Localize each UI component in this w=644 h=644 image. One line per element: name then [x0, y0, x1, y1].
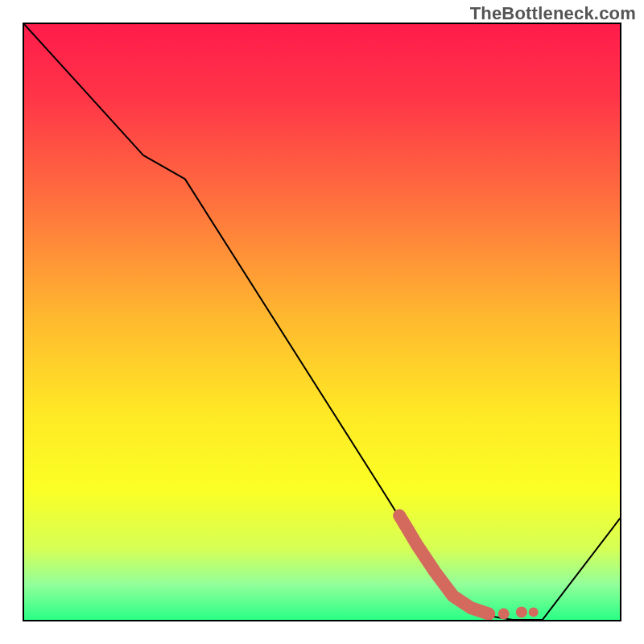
chart-container: TheBottleneck.com [0, 0, 644, 644]
gradient-background [24, 24, 620, 620]
highlight-dot [498, 609, 510, 620]
highlight-dot [529, 607, 539, 617]
highlight-dot [516, 606, 527, 617]
watermark-label: TheBottleneck.com [470, 3, 636, 24]
chart-svg [24, 24, 620, 620]
chart-plot-area [24, 24, 620, 620]
